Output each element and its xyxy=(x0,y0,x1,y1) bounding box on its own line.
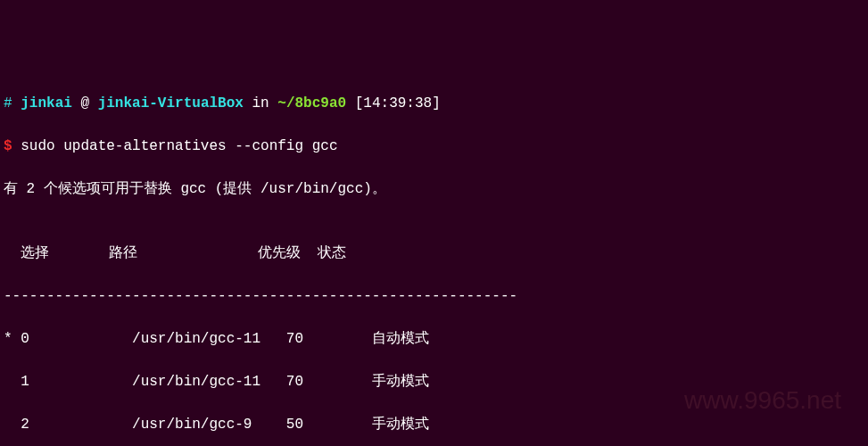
in-word: in xyxy=(252,95,269,112)
table-header: 选择 路径 优先级 状态 xyxy=(4,243,864,264)
hash-symbol: # xyxy=(4,95,12,112)
output-line: 有 2 个候选项可用于替换 gcc (提供 /usr/bin/gcc)。 xyxy=(4,178,864,200)
timestamp: [14:39:38] xyxy=(355,95,441,112)
table-separator: ----------------------------------------… xyxy=(4,285,864,307)
table-row: 1 /usr/bin/gcc-11 70 手动模式 xyxy=(4,371,864,392)
command-text: sudo update-alternatives --config gcc xyxy=(21,138,337,154)
command-line-1[interactable]: $ sudo update-alternatives --config gcc xyxy=(4,136,864,157)
cwd-path: ~/8bc9a0 xyxy=(277,95,346,112)
dollar-prompt: $ xyxy=(4,138,12,154)
table-row: 2 /usr/bin/gcc-9 50 手动模式 xyxy=(4,414,864,435)
at-symbol: @ xyxy=(80,95,89,112)
prompt-line-1: # jinkai @ jinkai-VirtualBox in ~/8bc9a0… xyxy=(4,93,864,114)
table-row: * 0 /usr/bin/gcc-11 70 自动模式 xyxy=(4,328,864,350)
hostname: jinkai-VirtualBox xyxy=(98,95,244,112)
username: jinkai xyxy=(21,95,72,112)
